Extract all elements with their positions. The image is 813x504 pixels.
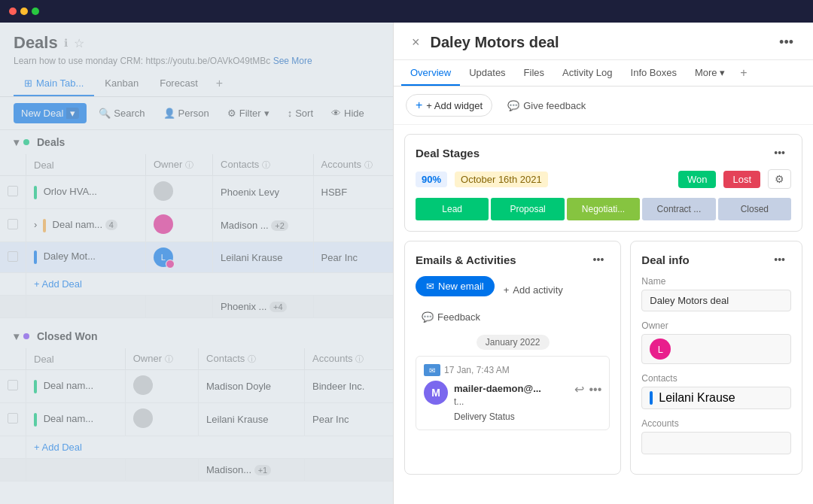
pipeline: Lead Proposal Negotiati... Contract ... … [416,198,791,220]
tab-activity-log[interactable]: Activity Log [553,61,621,86]
deal-stages-header: Deal Stages ••• [416,145,791,160]
accounts-field: Accounts [641,418,791,454]
right-panel: × Daley Motors deal ••• Overview Updates… [393,23,813,504]
plus-icon: + [416,99,422,112]
contact-color-bar [650,391,653,405]
deal-stages-card: Deal Stages ••• 90% October 16th 2021 Wo… [404,134,802,232]
deal-info-more-button[interactable]: ••• [768,252,791,267]
gear-button[interactable]: ⚙ [768,169,791,189]
name-label: Name [641,276,791,287]
lost-button[interactable]: Lost [723,171,760,188]
add-activity-button[interactable]: + Add activity [498,280,569,300]
accounts-label: Accounts [641,418,791,429]
tab-files[interactable]: Files [515,61,553,86]
contacts-value[interactable]: Leilani Krause [641,387,791,409]
new-email-button[interactable]: ✉ New email [416,276,495,296]
owner-label: Owner [641,320,791,331]
close-button[interactable]: × [407,33,425,52]
ea-actions: ✉ New email + Add activity 💬 Feedback [416,276,610,327]
pipeline-stage-proposal[interactable]: Proposal [491,198,564,220]
deal-info-title: Deal info [641,254,689,266]
email-icon: ✉ [424,364,440,376]
deal-info-card: Deal info ••• Name Daley Motors deal Own… [630,241,802,475]
reply-icon[interactable]: ↩ [574,382,584,396]
window-close-dot[interactable] [9,8,17,15]
ea-card-header: Emails & Activities ••• [416,252,610,267]
tab-more[interactable]: More ▾ [686,61,734,86]
avatar: M [424,381,448,405]
overlay [0,23,395,504]
email-snippet: t... [454,396,601,407]
email-item: ✉ 17 Jan, 7:43 AM M mailer-daemon@... ↩ … [416,356,610,430]
email-content: mailer-daemon@... ↩ ••• t... Delivery St… [454,381,601,422]
give-feedback-button[interactable]: 💬 Give feedback [500,96,593,115]
email-body: M mailer-daemon@... ↩ ••• t... [424,381,601,422]
email-send-icon: ✉ [426,281,434,292]
owner-value[interactable]: L [641,334,791,364]
top-bar [0,0,813,23]
feedback-icon: 💬 [422,311,434,323]
contact-name: Leilani Krause [659,391,735,405]
owner-field: Owner L [641,320,791,364]
window-minimize-dot[interactable] [20,8,28,15]
deal-info-header: Deal info ••• [641,252,791,267]
ea-title: Emails & Activities [416,254,516,266]
pipeline-stage-lead[interactable]: Lead [416,198,489,220]
date-badge: January 2022 [477,335,550,350]
widget-bar: + + Add widget 💬 Give feedback [394,87,813,125]
window-maximize-dot[interactable] [32,8,39,15]
accounts-value[interactable] [641,432,791,454]
right-panel-header: × Daley Motors deal ••• [394,23,813,60]
tab-updates[interactable]: Updates [460,61,514,86]
pipeline-stage-closed[interactable]: Closed [718,198,791,220]
stage-percentage: 90% [416,172,447,187]
won-button[interactable]: Won [678,171,717,188]
plus-icon: + [504,284,510,296]
right-panel-title: Daley Motors deal [431,34,559,51]
two-col-section: Emails & Activities ••• ✉ New email + Ad… [404,241,802,475]
right-panel-tabs: Overview Updates Files Activity Log Info… [394,60,813,87]
add-widget-tab-button[interactable]: + [734,60,753,86]
contacts-field: Contacts Leilani Krause [641,373,791,409]
deal-stages-more-button[interactable]: ••• [768,145,791,160]
email-time: ✉ 17 Jan, 7:43 AM [424,364,601,376]
pipeline-stage-contract[interactable]: Contract ... [642,198,715,220]
chat-icon: 💬 [507,100,519,111]
ea-more-button[interactable]: ••• [587,252,611,267]
add-widget-button[interactable]: + + Add widget [406,94,492,117]
email-more-button[interactable]: ••• [589,383,601,396]
pipeline-stage-negotiation[interactable]: Negotiati... [567,198,640,220]
date-separator: January 2022 [416,335,610,350]
owner-avatar: L [650,339,671,360]
deal-stages-title: Deal Stages [416,147,480,159]
contacts-label: Contacts [641,373,791,384]
chevron-down-icon: ▾ [720,67,725,78]
delivery-status: Delivery Status [454,411,601,422]
feedback-button[interactable]: 💬 Feedback [416,307,486,327]
email-actions: ↩ ••• [574,382,601,396]
more-options-button[interactable]: ••• [773,33,799,52]
emails-activities-card: Emails & Activities ••• ✉ New email + Ad… [404,241,621,475]
tab-info-boxes[interactable]: Info Boxes [622,61,686,86]
name-value[interactable]: Daley Motors deal [641,290,791,311]
email-from: mailer-daemon@... [454,383,541,394]
stage-date: October 16th 2021 [455,172,548,187]
tab-overview[interactable]: Overview [401,61,460,86]
stage-meta: 90% October 16th 2021 Won Lost ⚙ [416,169,791,189]
name-field: Name Daley Motors deal [641,276,791,311]
